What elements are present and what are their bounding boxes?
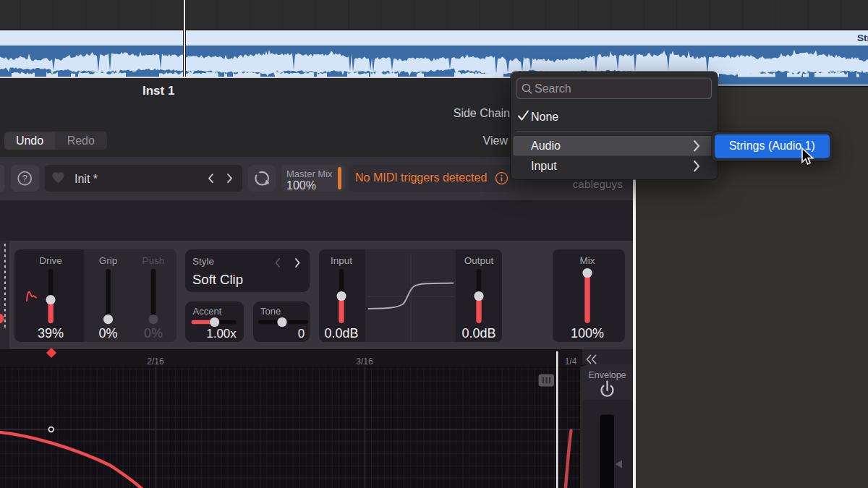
svg-text:Search: Search: [535, 82, 571, 95]
svg-text:Str: Str: [857, 33, 868, 43]
svg-text:Envelope: Envelope: [588, 370, 626, 380]
svg-text:Audio: Audio: [531, 140, 561, 152]
svg-text:Input: Input: [531, 160, 557, 172]
svg-text:None: None: [531, 111, 558, 123]
